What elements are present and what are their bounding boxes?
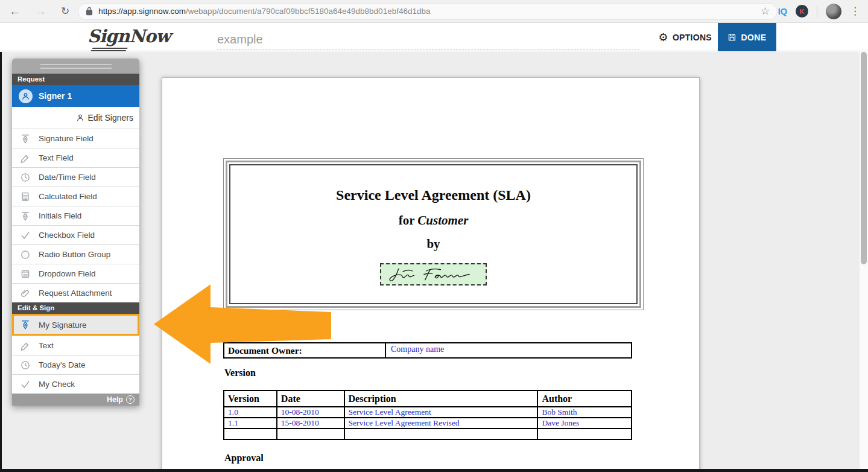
sidebar-item-label: Request Attachment (39, 289, 112, 298)
version-table-cell: 15-08-2010 (277, 418, 344, 429)
version-table-header-cell: Version (224, 391, 277, 407)
signer-1-row[interactable]: Signer 1 (12, 85, 139, 107)
address-bar[interactable]: https://app.signnow.com/webapp/document/… (78, 3, 778, 20)
tools-sidebar: Request Signer 1 Edit Signers Signature … (12, 59, 139, 406)
sidebar-item-calculated-field[interactable]: Calculated Field (12, 187, 139, 206)
sidebar-item-text[interactable]: Text (12, 336, 139, 355)
url-path: /webapp/document/a790caf09bbcf5180a64e49… (186, 7, 430, 16)
gear-icon (658, 31, 668, 44)
toolbar-divider (817, 5, 817, 18)
paperclip-icon (20, 288, 31, 299)
version-heading: Version (224, 368, 256, 378)
signer-avatar-icon (19, 89, 33, 103)
version-table-cell (537, 429, 632, 439)
version-table-cell: Service Level Agreement (344, 407, 538, 418)
browser-profile-avatar[interactable] (826, 4, 841, 19)
doc-title-line3: by (230, 237, 636, 252)
version-table-header-row: VersionDateDescriptionAuthor (224, 391, 632, 407)
request-section-header: Request (12, 74, 139, 85)
sidebar-item-my-check[interactable]: My Check (12, 374, 139, 394)
options-button[interactable]: OPTIONS (658, 23, 712, 51)
sidebar-item-text-field[interactable]: Text Field (12, 148, 139, 167)
sidebar-item-label: Initials Field (39, 211, 81, 220)
version-table-cell: Service Level Agreement Revised (344, 418, 538, 429)
lock-icon (86, 7, 93, 16)
scrollbar-thumb[interactable] (861, 52, 867, 264)
sidebar-item-dropdown-field[interactable]: Dropdown Field (12, 264, 139, 283)
pencil-icon (20, 153, 31, 164)
sidebar-item-signature-field[interactable]: Signature Field (12, 129, 139, 148)
doc-title-customer: Customer (417, 213, 468, 228)
sidebar-item-label: Text (39, 341, 54, 350)
sidebar-item-label: My Signature (39, 321, 87, 330)
sidebar-item-request-attachment[interactable]: Request Attachment (12, 283, 139, 302)
done-button[interactable]: DONE (718, 23, 776, 51)
calculator-icon (20, 191, 31, 202)
sidebar-item-label: Signature Field (39, 134, 93, 143)
signer-label: Signer 1 (39, 91, 72, 101)
bookmark-star-icon[interactable] (761, 5, 770, 18)
sidebar-item-label: Checkbox Field (39, 231, 95, 240)
sidebar-item-checkbox-field[interactable]: Checkbox Field (12, 225, 139, 244)
done-label: DONE (741, 33, 766, 42)
browser-toolbar: https://app.signnow.com/webapp/document/… (0, 0, 868, 23)
version-table-header-cell: Description (344, 391, 538, 407)
sidebar-item-initials-field[interactable]: Initials Field (12, 206, 139, 225)
browser-back-icon[interactable] (9, 5, 21, 17)
iq-extension-icon[interactable]: IQ (778, 7, 787, 16)
sidebar-item-radio-button-group[interactable]: Radio Button Group (12, 244, 139, 264)
scrollbar-track[interactable] (859, 52, 868, 472)
version-table-cell (344, 429, 538, 439)
window-bottom-edge (0, 469, 868, 472)
pen-nib-icon (20, 211, 31, 222)
edit-sign-section-header: Edit & Sign (12, 302, 139, 314)
browser-menu-icon[interactable] (850, 5, 860, 18)
radio-icon (20, 249, 31, 260)
placed-signature-field[interactable] (380, 263, 487, 285)
version-table: VersionDateDescriptionAuthor1.010-08-201… (223, 390, 632, 440)
pen-nib-icon (20, 319, 31, 330)
sidebar-item-label: Text Field (39, 153, 74, 162)
sidebar-item-date-time-field[interactable]: Date/Time Field (12, 167, 139, 187)
approval-heading: Approval (224, 453, 264, 464)
window-left-edge (0, 52, 2, 472)
help-question-icon (126, 395, 135, 404)
editor-content: Service Level Agreement (SLA) for Custom… (0, 52, 868, 472)
pencil-icon (20, 340, 31, 351)
sidebar-item-label: Calculated Field (39, 192, 97, 201)
k-extension-icon[interactable]: K (796, 5, 808, 18)
version-table-cell (277, 429, 344, 439)
pen-nib-icon (20, 133, 31, 144)
clock-icon (20, 360, 31, 371)
owner-value: Company name (386, 343, 631, 357)
url-host: https://app.signnow.com (98, 7, 186, 16)
app-header: SignNow example OPTIONS DONE (0, 23, 868, 51)
document-title-input[interactable]: example (217, 30, 639, 49)
annotation-arrow (151, 284, 332, 365)
sidebar-item-my-signature[interactable]: My Signature (12, 314, 139, 336)
version-table-cell: 1.0 (224, 407, 277, 418)
version-table-header-cell: Date (277, 391, 344, 407)
sidebar-drag-handle[interactable] (12, 59, 139, 74)
check-icon (20, 230, 31, 241)
help-label: Help (107, 395, 123, 404)
sidebar-item-label: Dropdown Field (39, 269, 96, 278)
signature-scrawl (381, 264, 486, 284)
logo-flourish (90, 48, 128, 51)
dropdown-icon (20, 269, 31, 279)
check-icon (20, 379, 31, 390)
options-label: OPTIONS (673, 33, 712, 42)
url-text[interactable]: https://app.signnow.com/webapp/document/… (98, 7, 756, 16)
save-icon (727, 33, 737, 42)
version-table-cell (224, 429, 277, 439)
browser-forward-icon[interactable] (35, 5, 46, 17)
sidebar-item-label: Today's Date (39, 360, 86, 369)
clock-icon (20, 172, 31, 183)
browser-reload-icon[interactable] (61, 6, 69, 16)
edit-signers-button[interactable]: Edit Signers (12, 107, 139, 129)
sidebar-item-today-s-date[interactable]: Today's Date (12, 355, 139, 374)
version-table-cell: 10-08-2010 (277, 407, 344, 418)
table-row (224, 429, 632, 439)
help-button[interactable]: Help (12, 394, 139, 406)
signnow-logo: SignNow (87, 26, 170, 46)
